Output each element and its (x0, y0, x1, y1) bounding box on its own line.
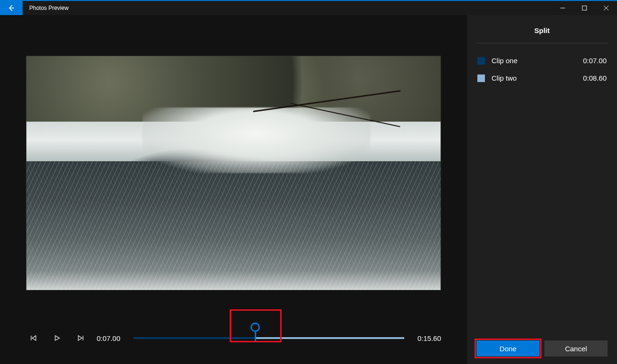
svg-rect-0 (583, 6, 587, 10)
clip-one-swatch (477, 57, 485, 65)
timeline-clip-two (255, 337, 404, 339)
total-time: 0:15.60 (413, 334, 441, 342)
back-button[interactable] (0, 1, 23, 15)
titlebar: Photos Preview (0, 0, 617, 15)
maximize-icon (582, 6, 587, 10)
split-playhead[interactable] (250, 323, 260, 341)
clip-one-time: 0:07.00 (583, 57, 607, 65)
close-icon (604, 6, 609, 10)
play-button[interactable] (50, 331, 65, 346)
timeline[interactable] (133, 327, 404, 349)
close-button[interactable] (595, 1, 617, 15)
done-button[interactable]: Done (476, 340, 540, 356)
step-forward-icon (77, 335, 84, 341)
play-icon (54, 335, 60, 341)
clip-two-label: Clip two (492, 74, 576, 82)
arrow-left-icon (8, 4, 15, 12)
main-panel: 0:07.00 0:15.60 (0, 15, 467, 364)
maximize-button[interactable] (574, 1, 595, 15)
clip-one-label: Clip one (492, 57, 576, 65)
clip-two-time: 0:08.60 (583, 74, 607, 82)
cancel-button[interactable]: Cancel (544, 340, 608, 356)
preview-area (0, 15, 467, 322)
minimize-button[interactable] (552, 1, 574, 15)
timeline-clip-one (133, 337, 255, 339)
clip-two-swatch (477, 74, 485, 82)
sidebar-buttons: Done Cancel (476, 340, 608, 356)
sidebar-title: Split (476, 26, 608, 43)
clip-row-one[interactable]: Clip one 0:07.00 (476, 52, 608, 69)
clip-row-two[interactable]: Clip two 0:08.60 (476, 69, 608, 87)
next-frame-button[interactable] (73, 331, 88, 346)
minimize-icon (560, 6, 565, 10)
app-title: Photos Preview (29, 5, 68, 11)
previous-frame-button[interactable] (26, 331, 41, 346)
current-time: 0:07.00 (97, 334, 125, 342)
sidebar: Split Clip one 0:07.00 Clip two 0:08.60 … (467, 15, 617, 364)
playback-controls: 0:07.00 0:15.60 (0, 322, 467, 364)
step-back-icon (30, 335, 37, 341)
window-controls (552, 1, 617, 15)
video-preview[interactable] (26, 56, 441, 290)
